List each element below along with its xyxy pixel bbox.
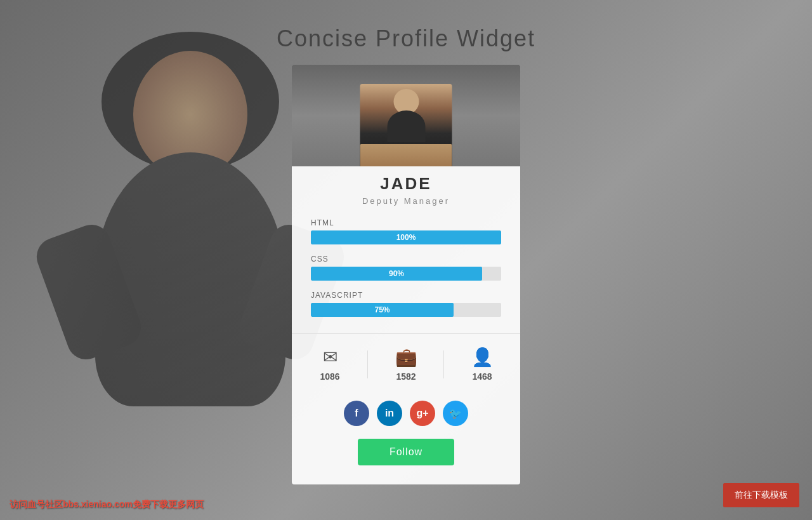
skills-section: HTML 100% CSS 90% JAVASCRIPT 75% xyxy=(292,218,520,327)
stat-messages: ✉ 1086 xyxy=(292,347,368,382)
skill-bar-fill-css: 90% xyxy=(311,267,482,281)
skill-css: CSS 90% xyxy=(311,255,501,281)
skill-bar-bg-css: 90% xyxy=(311,267,501,281)
download-button[interactable]: 前往下载模板 xyxy=(723,483,799,507)
skill-label-css: CSS xyxy=(311,255,501,263)
skill-js: JAVASCRIPT 75% xyxy=(311,291,501,317)
stat-portfolio: 💼 1582 xyxy=(368,347,444,382)
skill-html: HTML 100% xyxy=(311,218,501,244)
watermark: 访问血号社区bbs.xieniao.com免费下载更多网页 xyxy=(10,499,204,510)
linkedin-button[interactable]: in xyxy=(377,401,402,426)
avatar xyxy=(360,84,452,166)
facebook-button[interactable]: f xyxy=(344,401,369,426)
avatar-container xyxy=(360,84,452,166)
profile-job-title: Deputy Manager xyxy=(362,196,450,206)
stat-count-portfolio: 1582 xyxy=(396,371,416,382)
profile-name: JADE xyxy=(380,174,431,194)
google-button[interactable]: g+ xyxy=(410,401,435,426)
stat-count-followers: 1468 xyxy=(472,371,492,382)
envelope-icon: ✉ xyxy=(323,347,337,368)
stat-followers: 👤 1468 xyxy=(444,347,520,382)
skill-bar-fill-html: 100% xyxy=(311,230,501,244)
avatar-desk xyxy=(360,144,452,166)
stats-section: ✉ 1086 💼 1582 👤 1468 xyxy=(292,333,520,394)
follow-button[interactable]: Follow xyxy=(358,439,454,465)
skill-bar-fill-js: 75% xyxy=(311,303,454,317)
skill-label-js: JAVASCRIPT xyxy=(311,291,501,300)
twitter-button[interactable]: 🐦 xyxy=(443,401,468,426)
skill-bar-bg-js: 75% xyxy=(311,303,501,317)
page-title: Concise Profile Widget xyxy=(277,25,535,52)
skill-bar-bg-html: 100% xyxy=(311,230,501,244)
card-header xyxy=(292,65,520,166)
skill-label-html: HTML xyxy=(311,218,501,227)
social-section: f in g+ 🐦 xyxy=(344,401,468,426)
briefcase-icon: 💼 xyxy=(395,347,417,368)
person-icon: 👤 xyxy=(471,347,494,368)
profile-card: JADE Deputy Manager HTML 100% CSS 90% JA… xyxy=(292,65,520,484)
stat-count-messages: 1086 xyxy=(320,371,339,382)
